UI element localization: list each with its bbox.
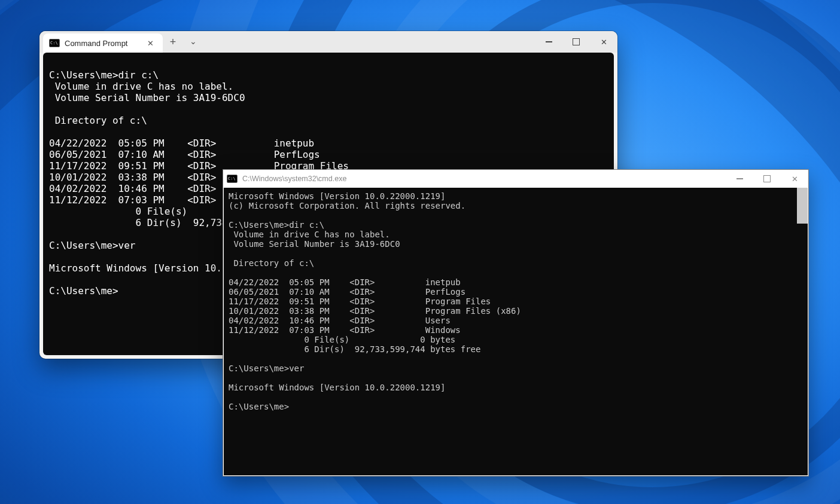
conhost-output: Microsoft Windows [Version 10.0.22000.12… (229, 191, 803, 411)
minimize-button[interactable] (726, 170, 753, 188)
maximize-icon (763, 175, 771, 182)
minimize-icon (546, 41, 552, 42)
chevron-down-icon (190, 37, 197, 47)
titlebar-drag-region[interactable] (203, 31, 535, 53)
terminal-titlebar[interactable]: Command Prompt (39, 31, 617, 53)
maximize-icon (573, 38, 580, 45)
cmd-icon (49, 39, 60, 47)
minimize-icon (736, 178, 743, 179)
cmd-icon (227, 175, 238, 183)
terminal-tab-active[interactable]: Command Prompt (43, 33, 163, 53)
close-button[interactable] (781, 170, 808, 188)
conhost-titlebar[interactable]: C:\Windows\system32\cmd.exe (223, 170, 808, 188)
close-icon (147, 39, 154, 48)
conhost-content-area[interactable]: Microsoft Windows [Version 10.0.22000.12… (224, 188, 808, 475)
close-icon (601, 36, 607, 47)
tab-close-button[interactable] (144, 36, 157, 50)
terminal-tab-title: Command Prompt (65, 39, 139, 48)
tab-dropdown-button[interactable] (183, 31, 203, 53)
new-tab-button[interactable] (163, 31, 183, 53)
minimize-button[interactable] (535, 31, 562, 53)
close-button[interactable] (590, 31, 617, 53)
vertical-scrollbar-thumb[interactable] (797, 188, 808, 224)
conhost-window-title: C:\Windows\system32\cmd.exe (242, 175, 726, 183)
conhost-cmd-window[interactable]: C:\Windows\system32\cmd.exe Microsoft Wi… (223, 169, 809, 476)
close-icon (792, 173, 798, 184)
maximize-button[interactable] (753, 170, 781, 188)
maximize-button[interactable] (562, 31, 590, 53)
plus-icon (170, 36, 176, 47)
